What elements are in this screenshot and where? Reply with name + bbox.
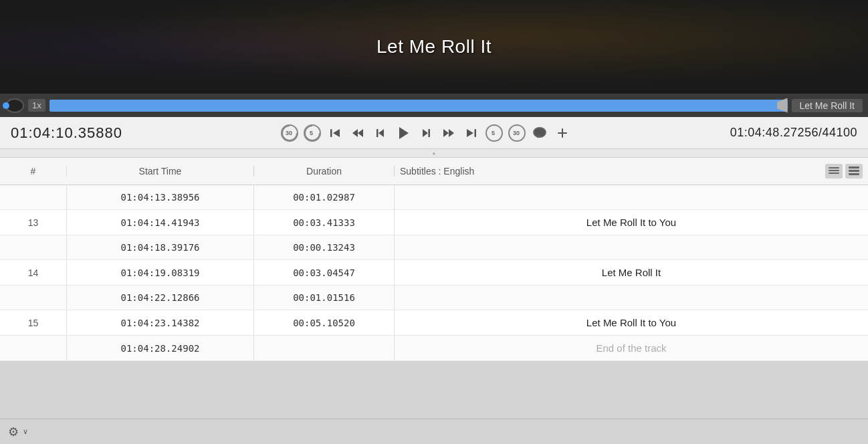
- cell-start: 01:04:19.08319: [67, 260, 254, 285]
- table-row[interactable]: 15 01:04:23.14382 00:05.10520 Let Me Rol…: [0, 310, 868, 336]
- subtitle-toggle-button[interactable]: [530, 124, 549, 142]
- bottom-toolbar: ⚙ ∨: [0, 419, 868, 444]
- skip-start-button[interactable]: [326, 124, 344, 142]
- forward-5-button[interactable]: 5: [485, 124, 504, 142]
- video-title: Let Me Roll It: [376, 36, 492, 58]
- svg-marker-11: [443, 129, 449, 137]
- section-divider: [0, 149, 868, 157]
- svg-rect-22: [829, 170, 839, 171]
- forward-30-button[interactable]: 30: [508, 124, 526, 142]
- svg-rect-14: [475, 129, 477, 137]
- rewind-30-icon: 30: [281, 124, 298, 142]
- cell-duration: 00:01.01516: [254, 286, 395, 310]
- svg-marker-5: [352, 129, 358, 137]
- svg-rect-23: [829, 173, 839, 174]
- svg-rect-2: [330, 129, 332, 137]
- cell-subtitle: [395, 286, 868, 310]
- cell-num: 14: [0, 260, 67, 285]
- table-row[interactable]: 01:04:28.24902 End of the track: [0, 336, 868, 361]
- svg-rect-20: [558, 132, 567, 134]
- svg-rect-26: [849, 173, 859, 175]
- play-button[interactable]: [394, 124, 413, 142]
- svg-marker-12: [449, 129, 454, 137]
- svg-text:30: 30: [513, 130, 520, 136]
- svg-text:30: 30: [286, 130, 292, 136]
- subtitle-table: 01:04:13.38956 00:01.02987 13 01:04:14.4…: [0, 185, 868, 361]
- time-bar: 01:04:10.35880 30 5: [0, 117, 868, 149]
- cell-duration: [254, 336, 395, 360]
- cell-subtitle: Let Me Roll It to You: [395, 310, 868, 335]
- svg-marker-13: [467, 129, 473, 137]
- cell-start: 01:04:13.38956: [67, 185, 254, 209]
- cell-subtitle: Let Me Roll It: [395, 260, 868, 285]
- gear-icon: ⚙: [8, 425, 19, 439]
- current-time: 01:04:10.35880: [11, 124, 122, 142]
- cell-start: 01:04:18.39176: [67, 235, 254, 259]
- svg-rect-24: [849, 166, 859, 169]
- svg-rect-7: [376, 129, 378, 137]
- forward-5-icon: 5: [485, 124, 503, 142]
- cell-start: 01:04:22.12866: [67, 286, 254, 310]
- table-row[interactable]: 01:04:18.39176 00:00.13243: [0, 235, 868, 260]
- table-row[interactable]: 01:04:22.12866 00:01.01516: [0, 286, 868, 310]
- cell-duration: 00:03.41333: [254, 210, 395, 235]
- forward-30-icon: 30: [508, 124, 526, 142]
- svg-rect-25: [849, 170, 859, 172]
- cell-start: 01:04:14.41943: [67, 210, 254, 235]
- track-title-badge: Let Me Roll It: [792, 99, 863, 112]
- list-compact-icon[interactable]: [825, 164, 843, 179]
- playback-controls: 30 5: [280, 124, 572, 142]
- cell-num: [0, 185, 67, 209]
- col-header-duration: Duration: [254, 166, 395, 177]
- video-preview: Let Me Roll It: [0, 0, 868, 94]
- cell-start: 01:04:28.24902: [67, 336, 254, 360]
- svg-marker-3: [333, 129, 340, 137]
- cell-duration: 00:01.02987: [254, 185, 395, 209]
- speed-knob[interactable]: [5, 98, 24, 113]
- svg-text:5: 5: [310, 130, 313, 136]
- list-expanded-icon[interactable]: [845, 164, 863, 179]
- cell-duration: 00:05.10520: [254, 310, 395, 335]
- cell-duration: 00:00.13243: [254, 235, 395, 259]
- cell-num: 13: [0, 210, 67, 235]
- rewind-5-button[interactable]: 5: [303, 124, 322, 142]
- col-header-subtitle: Subtitles : English: [395, 164, 868, 179]
- cell-subtitle: End of the track: [395, 336, 868, 360]
- transport-bar: 1x Let Me Roll It: [0, 94, 868, 117]
- chevron-down-icon: ∨: [23, 427, 28, 436]
- rewind-30-button[interactable]: 30: [280, 124, 299, 142]
- svg-text:5: 5: [492, 130, 495, 136]
- svg-marker-9: [423, 129, 428, 137]
- svg-rect-21: [829, 167, 839, 169]
- subtitle-view-icons: [825, 164, 863, 179]
- fast-forward-button[interactable]: [439, 124, 458, 142]
- cell-duration: 00:03.04547: [254, 260, 395, 285]
- rewind-5-icon: 5: [304, 124, 321, 142]
- table-row[interactable]: 01:04:13.38956 00:01.02987: [0, 185, 868, 210]
- settings-button[interactable]: ⚙ ∨: [8, 425, 28, 439]
- cell-num: [0, 286, 67, 310]
- step-forward-button[interactable]: [417, 124, 435, 142]
- svg-marker-8: [399, 127, 409, 139]
- skip-end-button[interactable]: [462, 124, 481, 142]
- table-row[interactable]: 14 01:04:19.08319 00:03.04547 Let Me Rol…: [0, 260, 868, 286]
- speed-label[interactable]: 1x: [28, 99, 45, 112]
- cell-num: [0, 336, 67, 360]
- table-header: # Start Time Duration Subtitles : Englis…: [0, 157, 868, 185]
- table-row[interactable]: 13 01:04:14.41943 00:03.41333 Let Me Rol…: [0, 210, 868, 235]
- col-header-start: Start Time: [67, 166, 254, 177]
- cell-num: [0, 235, 67, 259]
- cell-subtitle: Let Me Roll It to You: [395, 210, 868, 235]
- svg-marker-4: [358, 129, 363, 137]
- progress-bar[interactable]: [49, 100, 788, 112]
- total-time: 01:04:48.27256/44100: [730, 126, 857, 140]
- cell-num: 15: [0, 310, 67, 335]
- svg-rect-10: [429, 129, 431, 137]
- rewind-button[interactable]: [348, 124, 367, 142]
- cell-subtitle: [395, 185, 868, 209]
- col-header-num: #: [0, 166, 67, 177]
- cell-start: 01:04:23.14382: [67, 310, 254, 335]
- step-back-button[interactable]: [371, 124, 390, 142]
- add-subtitle-button[interactable]: [553, 124, 572, 142]
- cell-subtitle: [395, 235, 868, 259]
